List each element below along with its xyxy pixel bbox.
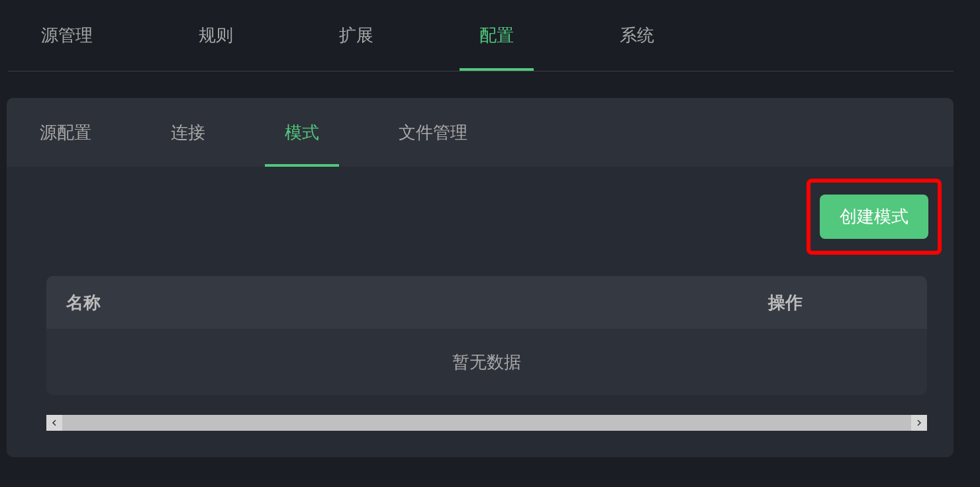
sub-tab-label: 模式 <box>285 121 319 144</box>
sub-tabs-container: 源配置 连接 模式 文件管理 <box>7 98 954 167</box>
horizontal-scrollbar[interactable] <box>46 415 927 431</box>
tab-system[interactable]: 系统 <box>600 0 674 71</box>
sub-tab-label: 源配置 <box>40 121 91 144</box>
create-mode-button[interactable]: 创建模式 <box>820 195 928 239</box>
highlight-annotation: 创建模式 <box>807 179 942 255</box>
chevron-right-icon <box>916 420 922 426</box>
tab-extensions[interactable]: 扩展 <box>319 0 393 71</box>
sub-tab-source-config[interactable]: 源配置 <box>20 98 111 167</box>
content-card: 源配置 连接 模式 文件管理 创建模式 名称 操作 暂无数据 <box>7 98 954 457</box>
scroll-left-button[interactable] <box>46 415 62 431</box>
empty-state-text: 暂无数据 <box>452 351 521 374</box>
tab-label: 系统 <box>620 24 654 47</box>
tab-label: 配置 <box>479 24 514 47</box>
table-header-name: 名称 <box>46 291 768 314</box>
tab-configuration[interactable]: 配置 <box>460 0 534 71</box>
sub-tab-connection[interactable]: 连接 <box>151 98 225 167</box>
tab-label: 规则 <box>199 24 233 47</box>
main-tabs-container: 源管理 规则 扩展 配置 系统 <box>8 0 954 71</box>
sub-tab-file-management[interactable]: 文件管理 <box>379 98 487 167</box>
tab-rules[interactable]: 规则 <box>179 0 253 71</box>
sub-tab-label: 文件管理 <box>399 121 467 144</box>
sub-tab-mode[interactable]: 模式 <box>265 98 339 167</box>
table-header-actions: 操作 <box>768 291 927 314</box>
table-header: 名称 操作 <box>46 276 927 329</box>
table-body: 暂无数据 <box>46 329 927 395</box>
table-container: 名称 操作 暂无数据 <box>46 276 927 395</box>
tab-source-management[interactable]: 源管理 <box>21 0 113 71</box>
chevron-left-icon <box>51 420 58 426</box>
tab-label: 源管理 <box>41 24 93 47</box>
scroll-right-button[interactable] <box>911 415 927 431</box>
sub-tab-label: 连接 <box>171 121 205 144</box>
tab-label: 扩展 <box>339 24 373 47</box>
action-bar: 创建模式 <box>7 167 954 267</box>
